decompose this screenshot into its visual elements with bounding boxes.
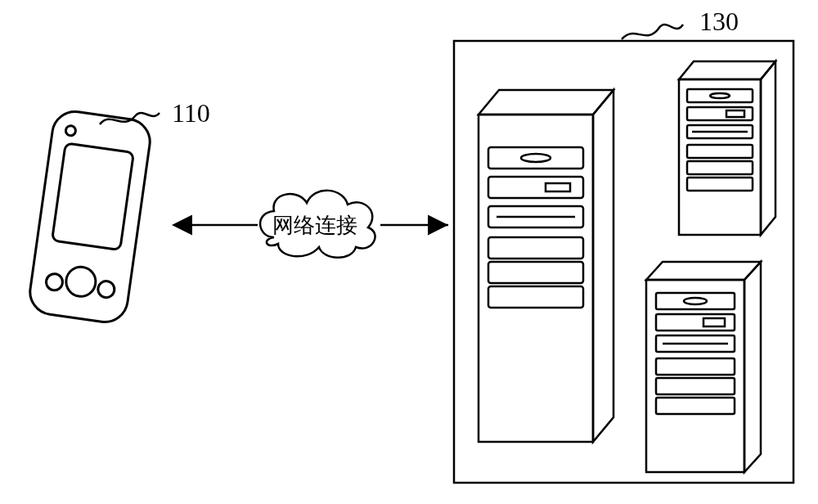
- svg-rect-35: [656, 378, 735, 394]
- svg-rect-15: [488, 262, 583, 283]
- svg-rect-30: [656, 314, 735, 331]
- svg-point-5: [45, 272, 64, 291]
- svg-rect-26: [687, 178, 753, 191]
- svg-rect-20: [687, 107, 753, 120]
- diagram-svg: [0, 0, 818, 504]
- svg-point-6: [97, 280, 116, 299]
- svg-point-29: [684, 298, 707, 304]
- svg-point-4: [65, 265, 98, 299]
- label-connection: 网络连接: [272, 211, 357, 240]
- svg-rect-36: [656, 398, 735, 414]
- svg-rect-8: [488, 147, 583, 169]
- svg-rect-21: [726, 110, 744, 117]
- svg-point-19: [710, 93, 730, 98]
- svg-rect-31: [703, 318, 725, 326]
- svg-rect-3: [52, 143, 134, 250]
- label-130: 130: [699, 7, 739, 37]
- svg-rect-16: [488, 286, 583, 308]
- svg-rect-18: [687, 89, 753, 102]
- svg-rect-11: [546, 183, 570, 191]
- diagram-canvas: 110 130 网络连接: [0, 0, 818, 504]
- leader-130: [622, 25, 683, 39]
- svg-rect-7: [479, 115, 593, 442]
- svg-rect-34: [656, 358, 735, 375]
- server-3: [646, 262, 761, 472]
- svg-point-9: [521, 154, 551, 162]
- svg-rect-24: [687, 145, 753, 158]
- mobile-device: [27, 109, 153, 325]
- label-110: 110: [172, 98, 210, 128]
- server-2: [679, 61, 775, 235]
- svg-rect-28: [656, 293, 735, 309]
- svg-point-2: [65, 125, 77, 137]
- server-1: [479, 90, 614, 442]
- svg-rect-14: [488, 237, 583, 259]
- svg-rect-10: [488, 177, 583, 198]
- svg-rect-25: [687, 161, 753, 174]
